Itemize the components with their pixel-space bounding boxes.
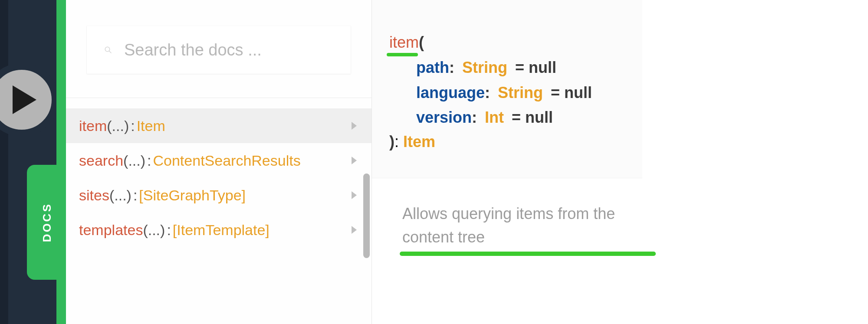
field-colon: : — [133, 187, 137, 204]
docs-tab-label: DOCS — [40, 203, 54, 242]
arg-name: version — [416, 108, 472, 126]
signature-name: item — [389, 33, 419, 51]
field-type: Item — [137, 118, 165, 134]
signature-underline — [387, 53, 418, 56]
field-type: ContentSearchResults — [153, 152, 301, 169]
chevron-right-icon — [352, 191, 357, 199]
field-colon: : — [167, 222, 171, 239]
field-type: [SiteGraphType] — [139, 187, 246, 204]
search-input[interactable] — [124, 41, 333, 59]
docs-panel: item (...) : Item search (...) : Content… — [66, 0, 372, 324]
field-item-search[interactable]: search (...) : ContentSearchResults — [66, 143, 372, 178]
search-icon — [104, 46, 112, 54]
play-icon — [13, 85, 36, 115]
detail-right-space — [642, 0, 868, 324]
arg-type[interactable]: String — [498, 84, 543, 101]
chevron-right-icon — [352, 157, 357, 164]
field-name: search — [79, 152, 123, 169]
svg-line-2 — [109, 51, 111, 53]
field-item-sites[interactable]: sites (...) : [SiteGraphType] — [66, 178, 372, 213]
field-item-item[interactable]: item (...) : Item — [66, 108, 372, 143]
arg-name: path — [416, 59, 449, 76]
chevron-right-icon — [352, 122, 357, 130]
arg-colon: : — [485, 84, 490, 101]
field-args: (...) — [123, 152, 145, 169]
signature-head: item( — [389, 30, 424, 55]
arg-colon: : — [472, 108, 477, 126]
field-colon: : — [147, 152, 151, 169]
search-wrap — [66, 0, 372, 98]
arg-type[interactable]: String — [462, 59, 507, 76]
close-paren: ) — [389, 133, 395, 151]
chevron-right-icon — [352, 226, 357, 234]
arg-default: = null — [512, 108, 553, 126]
open-paren: ( — [419, 33, 424, 51]
svg-point-1 — [105, 47, 110, 52]
description-underline — [400, 252, 656, 256]
description-text: Allows querying items from the content t… — [402, 202, 645, 249]
field-colon: : — [131, 118, 135, 134]
svg-marker-0 — [13, 85, 36, 114]
field-name: sites — [79, 187, 109, 204]
field-type: [ItemTemplate] — [173, 222, 270, 239]
arg-default: = null — [551, 84, 592, 101]
docs-scrollbar[interactable] — [363, 173, 370, 258]
docs-panel-accent — [56, 0, 66, 324]
field-args: (...) — [107, 118, 129, 134]
field-item-templates[interactable]: templates (...) : [ItemTemplate] — [66, 213, 372, 247]
arg-default: = null — [515, 59, 556, 76]
search-box[interactable] — [87, 26, 351, 74]
arg-colon: : — [449, 59, 454, 76]
description-block: Allows querying items from the content t… — [372, 178, 868, 265]
field-args: (...) — [109, 187, 132, 204]
field-list: item (...) : Item search (...) : Content… — [66, 98, 372, 247]
field-args: (...) — [143, 222, 165, 239]
detail-panel: item( path: String = null language: Stri… — [372, 0, 868, 324]
return-colon: : — [395, 133, 403, 151]
arg-name: language — [416, 84, 485, 101]
field-name: item — [79, 118, 107, 134]
arg-type[interactable]: Int — [485, 108, 504, 126]
return-type[interactable]: Item — [403, 133, 435, 151]
field-name: templates — [79, 222, 143, 239]
